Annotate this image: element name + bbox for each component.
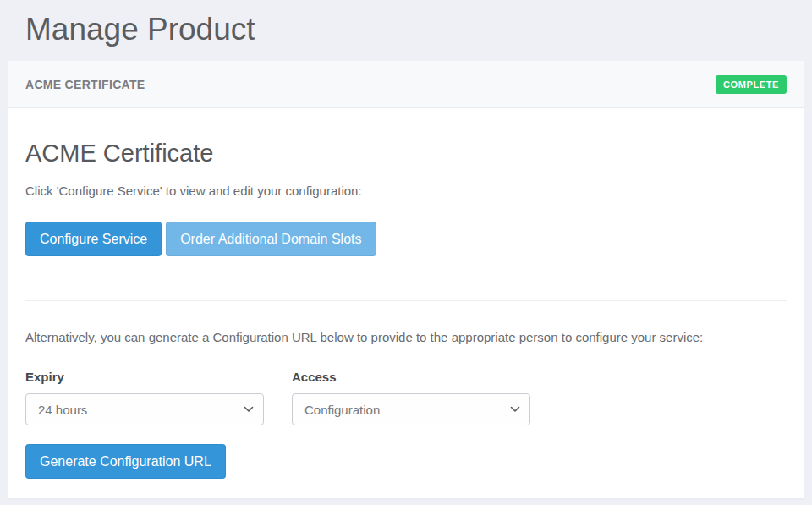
page-title: Manage Product [0, 0, 812, 61]
access-field-group: Access Configuration [292, 370, 530, 425]
panel-header-title: ACME CERTIFICATE [25, 78, 145, 91]
configure-service-button[interactable]: Configure Service [25, 222, 162, 256]
expiry-field-group: Expiry 24 hours [25, 370, 264, 425]
product-name-heading: ACME Certificate [25, 137, 787, 169]
expiry-select[interactable]: 24 hours [25, 393, 264, 425]
configure-instruction-text: Click 'Configure Service' to view and ed… [25, 183, 787, 200]
expiry-label: Expiry [25, 370, 264, 384]
action-button-row: Configure Service Order Additional Domai… [25, 222, 787, 256]
configuration-url-form: Expiry 24 hours Access Configuration [25, 370, 787, 425]
status-badge: COMPLETE [716, 75, 787, 94]
access-label: Access [292, 370, 530, 384]
order-additional-domain-slots-button[interactable]: Order Additional Domain Slots [166, 222, 376, 256]
product-panel: ACME CERTIFICATE COMPLETE ACME Certifica… [8, 61, 804, 498]
panel-body: ACME Certificate Click 'Configure Servic… [8, 108, 804, 498]
panel-header: ACME CERTIFICATE COMPLETE [8, 61, 804, 108]
generate-configuration-url-button[interactable]: Generate Configuration URL [25, 444, 226, 479]
configuration-url-instruction-text: Alternatively, you can generate a Config… [25, 329, 787, 346]
section-divider [25, 300, 787, 301]
access-select[interactable]: Configuration [292, 393, 530, 425]
